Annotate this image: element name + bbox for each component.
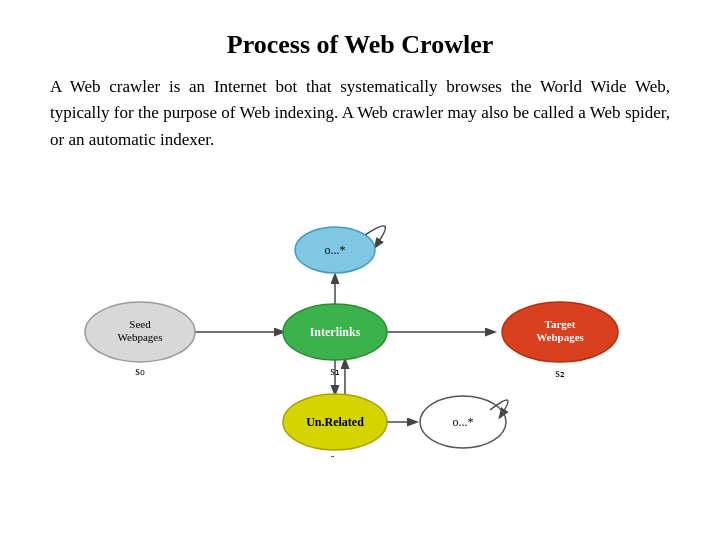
diagram: o...* Seed Webpages s₀ Interlinks s₁ Tar… (70, 167, 650, 457)
node-s2-sublabel: s₂ (555, 366, 565, 380)
node-top-label: o...* (325, 243, 346, 257)
node-rloop-label: o...* (453, 415, 474, 429)
node-s2-label-1: Target (545, 318, 576, 330)
node-s3-sublabel: s₃ (330, 451, 340, 457)
node-s0-label: Seed (129, 318, 151, 330)
node-s2-label-2: Webpages (536, 331, 584, 343)
page-title: Process of Web Crowler (227, 30, 493, 60)
node-s0-sublabel: s₀ (135, 364, 145, 378)
page: Process of Web Crowler A Web crawler is … (0, 0, 720, 540)
node-s1-label: Interlinks (310, 325, 361, 339)
node-s1-sublabel: s₁ (330, 364, 340, 378)
svg-text:Webpages: Webpages (118, 331, 163, 343)
node-s3-label: Un.Related (306, 415, 364, 429)
diagram-svg: o...* Seed Webpages s₀ Interlinks s₁ Tar… (70, 167, 650, 457)
description-text: A Web crawler is an Internet bot that sy… (50, 74, 670, 153)
